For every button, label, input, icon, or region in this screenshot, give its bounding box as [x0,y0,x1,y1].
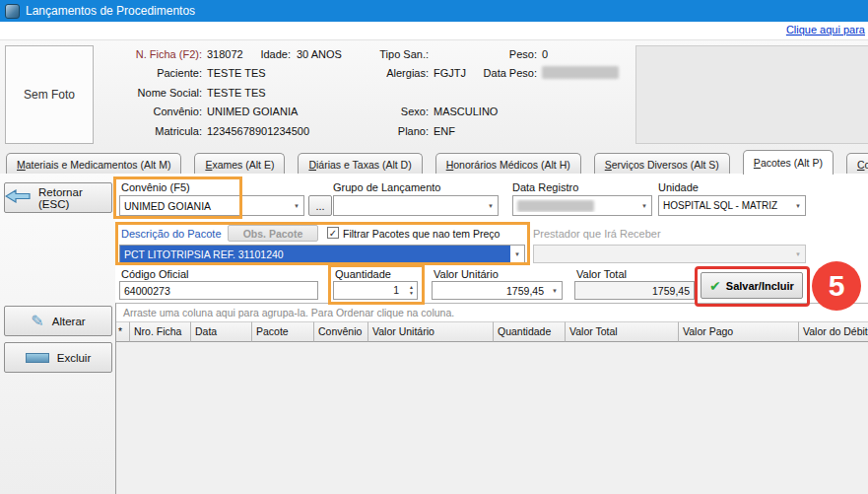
column-header-nro-ficha[interactable]: Nro. Ficha [130,321,191,342]
prestador-combobox: ▼ [533,245,806,263]
convenio-f5-label: Convênio (F5) [121,181,190,193]
data-peso-redacted-value [542,66,619,79]
chevron-down-icon[interactable]: ▼ [548,288,562,294]
excluir-button[interactable]: Excluir [4,342,112,373]
convenio-value: UNIMED GOIANIA [207,106,298,117]
tab-diarias[interactable]: Diárias e Taxas (Alt D) [298,153,422,175]
window-title: Lançamentos de Procedimentos [26,4,195,18]
chevron-down-icon[interactable]: ▼ [484,203,498,209]
data-registro-redacted-value [517,200,594,212]
lancamentos-grid: Arraste uma coluna aqui para agrupa-la. … [115,303,868,494]
valor-total-field: 1759,45 [574,281,695,300]
column-header-valor-debito[interactable]: Valor do Débito [799,321,868,342]
pacote-selected-value: PCT LITOTRIPSIA REF. 31101240 [120,246,510,262]
chevron-down-icon[interactable]: ▼ [791,203,805,209]
plano-value: ENF [434,125,455,137]
main-panel: Convênio (F5) UNIMED GOIANIA ▼ ... Grupo… [115,174,868,494]
column-header-pacote[interactable]: Pacote [252,321,314,342]
unidade-label: Unidade [658,181,699,193]
grid-body-empty[interactable] [116,342,868,494]
codigo-oficial-label: Código Oficial [121,268,188,280]
tab-honorarios[interactable]: Honorários Médicos (Alt H) [435,153,581,175]
patient-header-panel: Sem Foto N. Ficha (F2): 318072 Idade: 30… [0,39,868,150]
filtrar-pacotes-label: Filtrar Pacotes que nao tem Preço [343,228,500,240]
check-icon: ✔ [709,278,721,294]
left-sidebar: Retornar (ESC) ✎ Alterar Excluir [0,174,115,494]
idade-value: 30 ANOS [297,48,342,60]
valor-unitario-value: 1759,45 [506,285,548,297]
alterar-button[interactable]: ✎ Alterar [4,306,112,336]
grupo-lancamento-label: Grupo de Lançamento [333,181,440,193]
step-5-badge: 5 [812,261,861,311]
filtrar-pacotes-checkbox[interactable]: ✓ [327,227,339,239]
data-peso-label: Data Peso: [463,67,537,79]
chevron-down-icon: ▼ [791,251,805,257]
column-header-valor-unitario[interactable]: Valor Unitário [368,321,494,342]
tab-consultas[interactable]: Consultas (Alt C) [846,153,868,175]
tab-pacotes[interactable]: Pacotes (Alt P) [743,150,834,175]
tab-servicos[interactable]: Serviços Diversos (Alt S) [594,153,730,175]
idade-label: Idade: [236,48,291,60]
sexo-value: MASCULINO [434,106,498,117]
quantidade-label: Quantidade [335,268,391,280]
grupo-lancamento-combobox[interactable]: ▼ [333,195,499,216]
column-header-convenio[interactable]: Convênio [314,321,368,342]
unidade-value: HOSPITAL SQL - MATRIZ [659,200,791,211]
ficha-label: N. Ficha (F2): [94,48,202,60]
link-bar: Clique aqui para [0,22,868,39]
paciente-value: TESTE TES [207,67,266,79]
peso-value: 0 [542,48,548,60]
convenio-combobox-value: UNIMED GOIANIA [120,200,290,212]
prestador-label: Prestador que Irá Receber [533,228,661,240]
matricula-value: 12345678901234500 [207,125,309,137]
chevron-down-icon[interactable]: ▼ [510,251,524,257]
alterar-label: Alterar [52,316,86,327]
quantidade-value: 1 [334,284,399,296]
unidade-combobox[interactable]: HOSPITAL SQL - MATRIZ ▼ [658,195,806,216]
pencil-icon: ✎ [31,314,43,329]
quantidade-stepper[interactable]: 1 ▲ ▼ [333,281,418,300]
tipo-san-label: Tipo San.: [355,48,429,60]
grid-header-row: * Nro. Ficha Data Pacote Convênio Valor … [116,321,868,342]
data-registro-combobox[interactable]: ▼ [512,195,652,216]
convenio-combobox[interactable]: UNIMED GOIANIA ▼ [119,195,304,216]
alergias-value: FGJTJ [434,67,466,79]
patient-photo-placeholder: Sem Foto [5,45,94,144]
alergias-label: Alergias: [355,67,429,79]
column-header-data[interactable]: Data [191,321,252,342]
grid-group-hint: Arraste uma coluna aqui para agrupa-la. … [116,304,868,321]
plano-label: Plano: [355,125,429,137]
valor-total-label: Valor Total [576,268,627,280]
valor-unitario-combobox[interactable]: 1759,45 ▼ [432,281,563,300]
app-icon [5,4,20,19]
tab-materiais[interactable]: Materiais e Medicamentos (Alt M) [6,153,181,175]
chevron-down-icon[interactable]: ▼ [637,203,651,209]
delete-bar-icon [26,353,49,363]
column-header-valor-total[interactable]: Valor Total [566,321,679,342]
title-bar: Lançamentos de Procedimentos [0,0,868,22]
chevron-down-icon[interactable]: ▼ [290,203,303,209]
grid-indicator-cell: * [116,321,130,342]
pacote-combobox[interactable]: PCT LITOTRIPSIA REF. 31101240 ▼ [119,245,525,263]
spin-down-icon[interactable]: ▼ [409,291,414,296]
column-header-valor-pago[interactable]: Valor Pago [679,321,799,342]
codigo-oficial-field[interactable]: 64000273 [119,281,318,300]
valor-unitario-label: Valor Unitário [434,268,499,280]
peso-label: Peso: [463,48,537,60]
column-header-quantidade[interactable]: Quantidade [494,321,566,342]
tab-exames[interactable]: Exames (Alt E) [194,153,285,175]
convenio-label: Convênio: [94,106,202,117]
top-right-link[interactable]: Clique aqui para [786,24,865,35]
arrow-left-icon [5,189,31,206]
nome-social-value: TESTE TES [207,87,266,99]
sexo-label: Sexo: [355,106,429,117]
right-grey-panel [635,45,868,144]
tab-strip: Materiais e Medicamentos (Alt M) Exames … [6,150,868,175]
retornar-label: Retornar (ESC) [38,186,111,210]
obs-pacote-button[interactable]: Obs. Pacote [228,225,318,242]
salvar-incluir-button[interactable]: ✔ Salvar/Incluir [701,272,803,299]
convenio-ellipsis-button[interactable]: ... [308,195,332,216]
nome-social-label: Nome Social: [94,87,202,99]
retornar-button[interactable]: Retornar (ESC) [4,182,112,213]
app-window: Lançamentos de Procedimentos Clique aqui… [0,0,868,494]
